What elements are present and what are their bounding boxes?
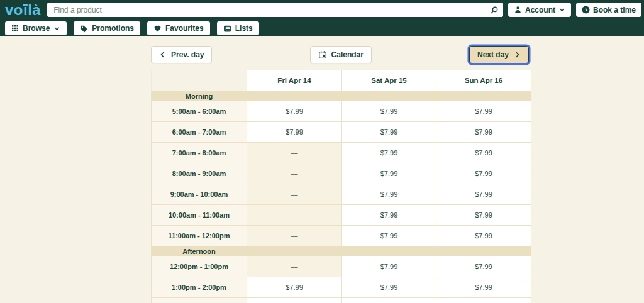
price-slot-cell: [247, 298, 342, 303]
day-navigation: Prev. day Calendar Next day: [151, 46, 531, 63]
section-row: Morning: [152, 91, 531, 101]
timeslot-page: Prev. day Calendar Next day Fri Apr 1: [151, 46, 531, 303]
calendar-icon: [318, 50, 327, 59]
unavailable-slot-cell: —: [247, 226, 342, 246]
day-header-cell: Fri Apr 14: [247, 70, 342, 91]
unavailable-slot-cell: —: [247, 184, 342, 205]
lists-label: Lists: [235, 24, 253, 33]
calendar-label: Calendar: [331, 50, 364, 59]
schedule-table: Fri Apr 14Sat Apr 15Sun Apr 16 Morning5:…: [151, 70, 531, 303]
corner-cell: [152, 70, 247, 91]
search-icon: [490, 6, 499, 14]
price-slot-cell[interactable]: $7.99: [436, 122, 531, 143]
grid-icon: [11, 25, 19, 32]
price-slot-cell[interactable]: $7.99: [342, 122, 436, 143]
section-label-cell: Morning: [152, 91, 247, 101]
account-label: Account: [525, 6, 555, 14]
price-slot-cell[interactable]: $7.99: [342, 256, 436, 277]
price-slot-cell[interactable]: $7.99: [342, 277, 436, 298]
heart-icon: [153, 25, 162, 33]
tag-icon: [80, 25, 88, 33]
unavailable-slot-cell: —: [247, 256, 342, 277]
time-slot-row: 1:00pm - 2:00pm$7.99$7.99$7.99: [152, 277, 531, 298]
time-label-cell: 7:00am - 8:00am: [152, 143, 247, 163]
time-slot-row: 12:00pm - 1:00pm—$7.99$7.99: [152, 256, 531, 277]
price-slot-cell[interactable]: $7.99: [436, 184, 531, 205]
time-slot-row: 11:00am - 12:00pm—$7.99$7.99: [152, 226, 531, 246]
time-slot-row: 8:00am - 9:00am—$7.99$7.99: [152, 163, 531, 184]
next-day-button[interactable]: Next day: [469, 46, 529, 63]
section-filler-cell: [247, 246, 531, 256]
browse-button[interactable]: Browse: [5, 21, 67, 35]
time-label-cell: 1:00pm - 2:00pm: [152, 277, 247, 298]
time-label-cell: 9:00am - 10:00am: [152, 184, 247, 205]
app-header: voīlà Account: [0, 0, 644, 36]
price-slot-cell[interactable]: $7.99: [342, 143, 436, 163]
favourites-button[interactable]: Favourites: [147, 21, 210, 35]
time-slot-row: 7:00am - 8:00am—$7.99$7.99: [152, 143, 531, 163]
main-nav: Browse Promotions Favourites: [5, 18, 641, 35]
section-label-cell: Afternoon: [152, 246, 247, 256]
section-filler-cell: [247, 91, 531, 101]
browse-label: Browse: [23, 24, 50, 33]
next-day-label: Next day: [477, 50, 509, 59]
product-search: [47, 3, 503, 17]
time-label-cell: 6:00am - 7:00am: [152, 122, 247, 143]
time-label-cell: 5:00am - 6:00am: [152, 101, 247, 122]
search-input[interactable]: [47, 3, 486, 17]
price-slot-cell[interactable]: $7.99: [342, 163, 436, 184]
price-slot-cell[interactable]: $7.99: [247, 277, 342, 298]
price-slot-cell[interactable]: $7.99: [342, 226, 436, 246]
account-button[interactable]: Account: [508, 3, 571, 17]
price-slot-cell[interactable]: $7.99: [436, 163, 531, 184]
price-slot-cell[interactable]: $7.99: [247, 122, 342, 143]
price-slot-cell[interactable]: $7.99: [436, 226, 531, 246]
price-slot-cell[interactable]: $7.99: [342, 184, 436, 205]
unavailable-slot-cell: —: [247, 205, 342, 226]
list-icon: [223, 25, 231, 33]
chevron-right-icon: [513, 51, 521, 58]
person-icon: [514, 6, 522, 14]
day-header-cell: Sun Apr 16: [436, 70, 531, 91]
chevron-left-icon: [159, 51, 167, 58]
price-slot-cell[interactable]: $7.99: [436, 277, 531, 298]
chevron-down-icon: [53, 25, 60, 32]
voila-logo[interactable]: voīlà: [5, 2, 41, 18]
lists-button[interactable]: Lists: [217, 21, 259, 35]
prev-day-label: Prev. day: [171, 50, 204, 59]
unavailable-slot-cell: —: [247, 143, 342, 163]
day-header-row: Fri Apr 14Sat Apr 15Sun Apr 16: [152, 70, 531, 91]
time-label-cell: [152, 298, 247, 303]
time-slot-row: 9:00am - 10:00am—$7.99$7.99: [152, 184, 531, 205]
clock-icon: [582, 6, 590, 14]
price-slot-cell[interactable]: $7.99: [436, 205, 531, 226]
time-label-cell: 12:00pm - 1:00pm: [152, 256, 247, 277]
price-slot-cell[interactable]: $7.99: [342, 101, 436, 122]
favourites-label: Favourites: [165, 24, 204, 33]
time-slot-row: 5:00am - 6:00am$7.99$7.99$7.99: [152, 101, 531, 122]
price-slot-cell: [436, 298, 531, 303]
calendar-button[interactable]: Calendar: [310, 46, 372, 63]
book-a-time-button[interactable]: Book a time: [576, 3, 641, 17]
time-label-cell: 10:00am - 11:00am: [152, 205, 247, 226]
price-slot-cell[interactable]: $7.99: [436, 101, 531, 122]
book-a-time-label: Book a time: [593, 6, 636, 14]
day-header-cell: Sat Apr 15: [342, 70, 436, 91]
promotions-button[interactable]: Promotions: [74, 21, 140, 35]
time-slot-row: 6:00am - 7:00am$7.99$7.99$7.99: [152, 122, 531, 143]
price-slot-cell[interactable]: $7.99: [436, 143, 531, 163]
price-slot-cell[interactable]: $7.99: [342, 205, 436, 226]
time-label-cell: 11:00am - 12:00pm: [152, 226, 247, 246]
partial-time-slot-row: [152, 298, 531, 303]
time-slot-row: 10:00am - 11:00am—$7.99$7.99: [152, 205, 531, 226]
unavailable-slot-cell: —: [247, 163, 342, 184]
price-slot-cell: [342, 298, 436, 303]
chevron-down-icon: [558, 6, 565, 13]
price-slot-cell[interactable]: $7.99: [247, 101, 342, 122]
prev-day-button[interactable]: Prev. day: [151, 46, 212, 63]
section-row: Afternoon: [152, 246, 531, 256]
time-label-cell: 8:00am - 9:00am: [152, 163, 247, 184]
promotions-label: Promotions: [92, 24, 134, 33]
price-slot-cell[interactable]: $7.99: [436, 256, 531, 277]
search-button[interactable]: [486, 3, 503, 17]
